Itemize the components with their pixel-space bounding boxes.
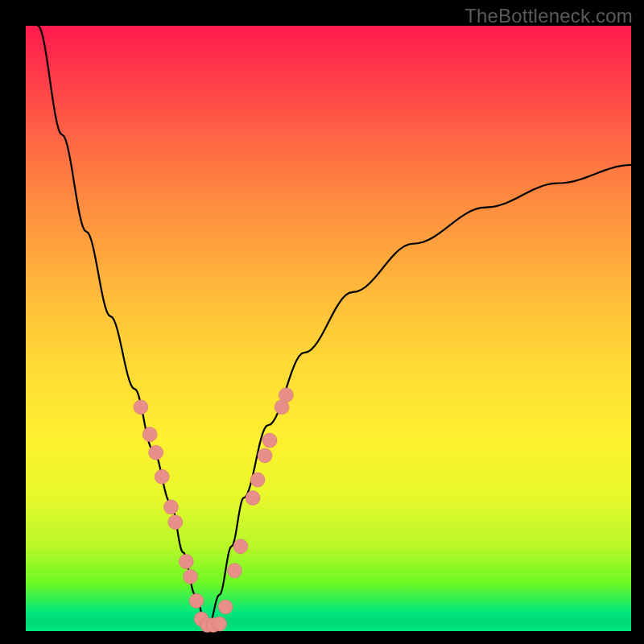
curve-marker	[168, 515, 183, 530]
bottleneck-curve	[38, 26, 631, 631]
curve-svg	[26, 26, 631, 631]
curve-marker	[258, 448, 272, 463]
curve-marker	[163, 500, 178, 514]
watermark-text: TheBottleneck.com	[464, 5, 633, 27]
plot-area	[26, 26, 631, 631]
chart-frame: TheBottleneck.com	[0, 0, 644, 644]
curve-marker	[149, 445, 163, 460]
curve-marker	[250, 473, 265, 487]
curve-marker	[155, 469, 169, 484]
curve-marker	[262, 433, 277, 448]
curve-marker	[134, 400, 148, 415]
curve-marker	[233, 539, 248, 554]
curve-marker	[213, 617, 227, 631]
curve-marker	[279, 388, 293, 402]
curve-marker	[246, 491, 260, 506]
curve-marker	[184, 569, 198, 584]
curve-marker	[218, 600, 233, 614]
curve-marker	[142, 427, 157, 442]
curve-marker	[179, 555, 193, 569]
curve-marker	[189, 593, 204, 608]
curve-marker	[227, 564, 242, 578]
